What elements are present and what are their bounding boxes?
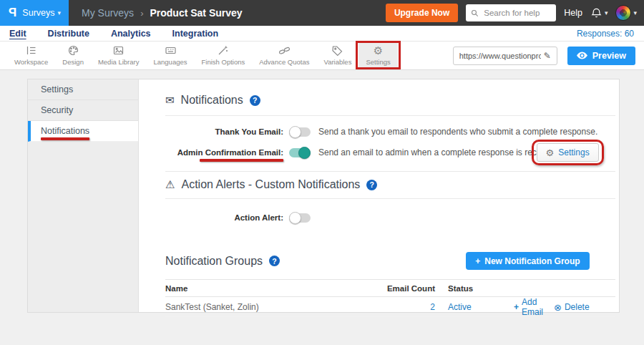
sidebar-item-notifications[interactable]: Notifications [28, 121, 138, 142]
help-icon[interactable]: ? [269, 256, 280, 266]
divider [165, 115, 615, 116]
responses-count[interactable]: Responses: 60 [577, 29, 644, 39]
sidebar-item-settings[interactable]: Settings [28, 79, 138, 100]
table-row: SankTest (Sanket, Zolin) 2 Active + Add … [165, 297, 615, 317]
breadcrumb-current-survey: Product Sat Survey [150, 7, 242, 19]
help-icon[interactable]: ? [250, 95, 260, 106]
new-notification-group-button[interactable]: + New Notification Group [466, 252, 589, 270]
admin-confirmation-email-toggle[interactable] [289, 148, 311, 157]
toolbar-item-design[interactable]: Design [55, 42, 91, 69]
toggle-knob [298, 147, 311, 159]
sidebar-item-label: Settings [41, 84, 73, 94]
toolbar-label: Design [62, 58, 84, 66]
toggle-knob [289, 212, 301, 224]
help-icon[interactable]: ? [366, 180, 377, 190]
tab-analytics[interactable]: Analytics [111, 29, 151, 39]
advance-quotas-icon [278, 44, 291, 57]
new-group-label: New Notification Group [484, 256, 580, 266]
questionpro-logo: P [9, 6, 16, 20]
tab-integration[interactable]: Integration [172, 29, 219, 39]
annotation-admin-email-underline [200, 159, 283, 162]
settings-gear-icon: ⚙ [374, 44, 383, 57]
thank-you-email-description: Send a thank you email to respondents wh… [318, 127, 597, 137]
survey-url-field[interactable]: https://www.questionpro.com/t/. ✎ [453, 47, 557, 65]
toolbar-items: Workspace Design Media Library [0, 42, 398, 69]
plus-icon: + [514, 302, 519, 312]
toolbar-item-settings[interactable]: ⚙ Settings [358, 42, 397, 69]
toolbar-item-finish-options[interactable]: Finish Options [195, 42, 253, 69]
design-icon [67, 44, 79, 57]
help-search-input[interactable] [482, 8, 551, 18]
section-title: Notifications [181, 94, 243, 107]
action-alerts-heading: ⚠ Action Alerts - Custom Notifications ? [165, 178, 615, 191]
thank-you-email-row: Thank You Email: Send a thank you email … [165, 125, 615, 139]
media-library-icon [112, 44, 125, 57]
envelope-icon: ✉ [165, 94, 175, 107]
toolbar-item-advance-quotas[interactable]: Advance Quotas [252, 42, 316, 69]
admin-email-settings-button[interactable]: ⚙ Settings [537, 143, 599, 162]
label-text: Admin Confirmation Email: [177, 148, 283, 157]
notification-groups-table: Name Email Count Status SankTest (Sanket… [165, 279, 615, 317]
languages-icon [165, 44, 177, 57]
account-menu[interactable]: ▾ [615, 5, 637, 21]
section-title: Notification Groups [165, 255, 263, 268]
avatar [615, 5, 631, 21]
settings-card: Settings Security Notifications ✉ Notifi… [27, 79, 620, 313]
surveys-menu[interactable]: Surveys ▾ [22, 8, 61, 18]
workspace-icon [25, 44, 37, 57]
sidebar-item-security[interactable]: Security [28, 100, 138, 121]
toolbar-item-workspace[interactable]: Workspace [7, 42, 55, 69]
notifications-panel: ✉ Notifications ? Thank You Email: Send … [139, 79, 627, 312]
settings-button-label: Settings [558, 147, 589, 157]
toolbar-item-languages[interactable]: Languages [146, 42, 194, 69]
notifications-bell[interactable]: ▾ [590, 6, 608, 19]
caret-down-icon: ▾ [58, 10, 62, 16]
survey-url-group: https://www.questionpro.com/t/. ✎ Previe… [453, 42, 644, 69]
breadcrumb: My Surveys › Product Sat Survey [82, 7, 243, 19]
variables-icon [331, 44, 343, 57]
delete-link[interactable]: ⊗ Delete [554, 302, 590, 313]
help-search[interactable] [466, 4, 556, 21]
action-alert-toggle[interactable] [289, 213, 311, 223]
preview-label: Preview [592, 51, 626, 61]
group-status-link[interactable]: Active [435, 302, 514, 312]
top-bar: P Surveys ▾ My Surveys › Product Sat Sur… [0, 0, 644, 26]
toolbar-item-media-library[interactable]: Media Library [91, 42, 147, 69]
admin-confirmation-email-description: Send an email to admin when a complete r… [318, 147, 560, 157]
sidebar-item-label: Notifications [41, 126, 89, 136]
action-alert-row: Action Alert: [165, 210, 615, 225]
group-name: SankTest (Sanket, Zolin) [165, 302, 374, 312]
thank-you-email-toggle[interactable] [289, 127, 311, 137]
thank-you-email-label: Thank You Email: [165, 127, 283, 136]
email-notifications-heading: ✉ Notifications ? [165, 94, 615, 107]
group-email-count-link[interactable]: 2 [374, 302, 435, 312]
caret-down-icon: ▾ [605, 10, 608, 16]
preview-button[interactable]: Preview [567, 47, 635, 65]
search-icon [471, 9, 479, 18]
divider [165, 198, 615, 199]
breadcrumb-my-surveys[interactable]: My Surveys [82, 7, 134, 19]
add-email-link[interactable]: + Add Email [514, 297, 543, 317]
table-header-row: Name Email Count Status [165, 279, 615, 297]
divider [165, 171, 615, 172]
upgrade-now-button[interactable]: Upgrade Now [386, 4, 458, 22]
column-header-status: Status [435, 284, 514, 293]
column-header-name: Name [165, 284, 374, 293]
eye-icon [577, 52, 587, 59]
toggle-knob [289, 126, 301, 138]
tab-distribute[interactable]: Distribute [48, 29, 89, 39]
action-alert-label: Action Alert: [165, 213, 283, 222]
toolbar-label: Variables [324, 58, 352, 66]
toolbar-label: Advance Quotas [259, 58, 309, 66]
gear-icon: ⚙ [546, 147, 555, 158]
section-title: Action Alerts - Custom Notifications [181, 178, 360, 191]
product-switcher[interactable]: P Surveys ▾ [0, 0, 69, 26]
bell-icon [590, 6, 602, 19]
column-header-email-count: Email Count [374, 284, 435, 293]
help-link[interactable]: Help [564, 8, 582, 18]
edit-pencil-icon[interactable]: ✎ [544, 51, 551, 61]
toolbar-item-variables[interactable]: Variables [317, 42, 359, 69]
tab-edit[interactable]: Edit [9, 29, 26, 39]
toolbar-label: Languages [153, 58, 187, 66]
admin-email-settings-wrap: ⚙ Settings [537, 143, 599, 162]
